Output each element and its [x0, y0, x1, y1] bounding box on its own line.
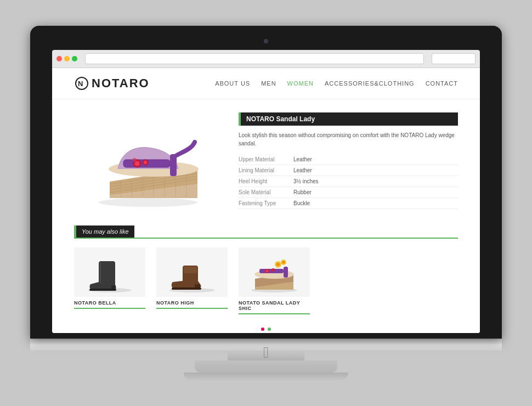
site-logo[interactable]: N NOTARO: [74, 76, 150, 91]
related-label-1: NOTARO BELLA: [74, 300, 145, 306]
imac-foot: [184, 373, 348, 380]
product-description: Look stylish this season without comprom…: [239, 131, 458, 148]
spec-label: Lining Material: [239, 165, 293, 176]
svg-rect-33: [184, 267, 197, 273]
imac-mockup: N NOTARO ABOUT US MEN WOMEN ACCESSORIES&…: [30, 26, 502, 380]
spec-value: Leather: [293, 165, 458, 176]
imac-screen-bezel: N NOTARO ABOUT US MEN WOMEN ACCESSORIES&…: [52, 50, 480, 333]
site-header: N NOTARO ABOUT US MEN WOMEN ACCESSORIES&…: [52, 68, 480, 99]
spec-value: Leather: [293, 154, 458, 165]
spec-row: Upper Material Leather: [239, 154, 458, 165]
browser-dots: [56, 56, 77, 61]
svg-text:N: N: [78, 80, 84, 88]
svg-rect-18: [170, 154, 177, 176]
related-image-1: [80, 250, 140, 294]
logo-text: NOTARO: [92, 76, 150, 91]
nav-women[interactable]: WOMEN: [287, 80, 314, 87]
main-nav: ABOUT US MEN WOMEN ACCESSORIES&CLOTHING …: [215, 80, 458, 87]
related-section-title: You may also like: [74, 225, 134, 238]
nav-contact[interactable]: CONTACT: [426, 80, 458, 87]
spec-row: Lining Material Leather: [239, 165, 458, 176]
status-dot-green: [268, 328, 271, 331]
spec-value: Rubber: [293, 187, 458, 198]
related-img-box-2: [156, 247, 228, 297]
related-underline-2: [156, 308, 228, 309]
spec-value: Buckle: [293, 198, 458, 209]
spec-label: Upper Material: [239, 154, 293, 165]
spec-label: Heel Height: [239, 176, 293, 187]
section-divider: [74, 238, 458, 239]
related-label-2: NOTARO HIGH: [156, 300, 228, 306]
svg-rect-28: [89, 289, 116, 291]
imac-screen-outer: N NOTARO ABOUT US MEN WOMEN ACCESSORIES&…: [30, 26, 502, 339]
apple-logo-area: : [30, 345, 502, 360]
product-info: NOTARO Sandal Lady Look stylish this sea…: [239, 110, 458, 209]
related-underline-3: [239, 313, 310, 314]
maximize-dot[interactable]: [72, 56, 77, 61]
minimize-dot[interactable]: [64, 56, 70, 61]
svg-point-44: [276, 263, 280, 266]
product-section: NOTARO Sandal Lady Look stylish this sea…: [52, 99, 480, 220]
svg-point-20: [135, 161, 139, 166]
related-underline-1: [74, 308, 145, 309]
svg-point-42: [271, 268, 275, 272]
nav-men[interactable]: MEN: [261, 80, 276, 87]
status-dots: [52, 325, 480, 333]
spec-row: Fastening Type Buckle: [239, 198, 458, 209]
logo-icon: N: [74, 76, 89, 91]
related-label-3: NOTATO SANDAL LADY SHIC: [239, 300, 310, 311]
product-image-area: [74, 110, 222, 209]
spec-label: Fastening Type: [239, 198, 293, 209]
imac-stand-base: [195, 360, 337, 373]
related-image-3: [244, 250, 304, 294]
browser-chrome: [52, 50, 480, 68]
apple-logo-icon: : [263, 345, 269, 360]
product-specs-table: Upper Material Leather Lining Material L…: [239, 154, 458, 209]
related-image-2: [162, 250, 222, 294]
related-grid: NOTARO BELLA: [74, 247, 458, 314]
spec-row: Heel Height 3½ inches: [239, 176, 458, 187]
svg-point-46: [282, 261, 285, 264]
svg-point-22: [144, 161, 147, 164]
svg-rect-32: [172, 287, 201, 290]
related-img-box-1: [74, 247, 145, 297]
related-item-1[interactable]: NOTARO BELLA: [74, 247, 145, 314]
svg-rect-38: [259, 269, 284, 273]
svg-rect-39: [284, 267, 288, 278]
imac-camera: [264, 39, 268, 43]
address-bar[interactable]: [85, 53, 424, 64]
related-item-2[interactable]: NOTARO HIGH: [156, 247, 228, 314]
svg-point-23: [133, 158, 136, 161]
svg-point-2: [99, 198, 197, 207]
close-dot[interactable]: [56, 56, 62, 61]
related-section: You may also like: [52, 220, 480, 325]
product-title: NOTARO Sandal Lady: [246, 115, 315, 123]
search-bar[interactable]: [432, 53, 476, 64]
related-item-3[interactable]: NOTATO SANDAL LADY SHIC: [239, 247, 310, 314]
spec-value: 3½ inches: [293, 176, 458, 187]
svg-point-41: [266, 270, 268, 272]
nav-about[interactable]: ABOUT US: [215, 80, 250, 87]
product-title-bar: NOTARO Sandal Lady: [239, 112, 458, 126]
website: N NOTARO ABOUT US MEN WOMEN ACCESSORIES&…: [52, 68, 480, 333]
spec-row: Sole Material Rubber: [239, 187, 458, 198]
product-image: [77, 110, 219, 209]
related-img-box-3: [239, 247, 310, 297]
nav-accessories[interactable]: ACCESSORIES&CLOTHING: [325, 80, 415, 87]
spec-label: Sole Material: [239, 187, 293, 198]
status-dot-red: [261, 328, 264, 331]
